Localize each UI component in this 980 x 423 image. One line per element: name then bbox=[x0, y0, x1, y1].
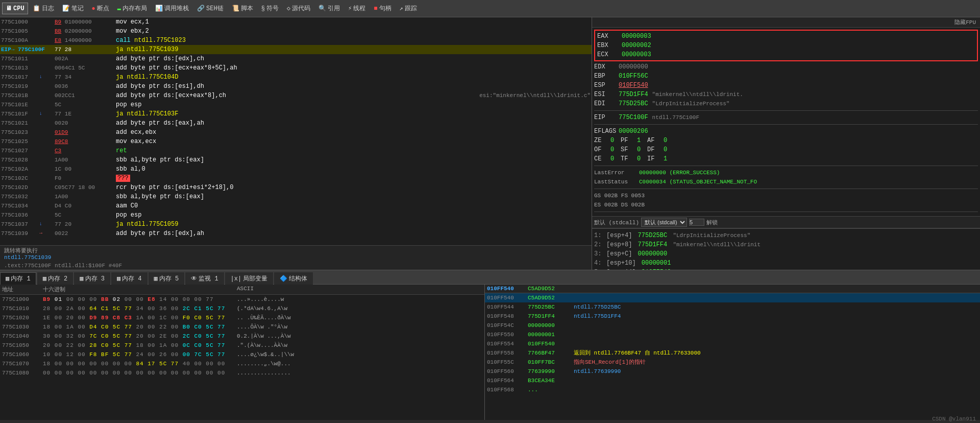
code-arrow: ↓ bbox=[39, 73, 55, 82]
toolbar-notes[interactable]: 📝 笔记 bbox=[59, 2, 87, 15]
stack-row[interactable]: 010FF55C 010FF7BC 指向SEH_Record[1]的指针 bbox=[485, 358, 980, 367]
table-row[interactable]: 775C1025 89C8 mov eax,ecx bbox=[0, 137, 592, 146]
code-instr: add byte ptr ds:[edx],ah bbox=[116, 229, 591, 238]
mem-row[interactable]: 775C1050 20 00 22 00 28 C0 5C 77 18 00 1… bbox=[0, 341, 484, 350]
reg-row-edi: EDI 775D25BC "LdrpInitializeProcess" bbox=[594, 99, 978, 108]
table-row[interactable]: 775C102C F0 ??? bbox=[0, 174, 592, 183]
bottom-area: ▦ 内存 1 ▦ 内存 2 ▦ 内存 3 ▦ 内存 4 ▦ 内存 5 👁 监视 … bbox=[0, 270, 980, 420]
code-addr: 775C1023 bbox=[1, 128, 39, 137]
mem-row[interactable]: 775C1030 18 00 1A 00 D4 C0 5C 77 20 00 2… bbox=[0, 322, 484, 332]
mem-row[interactable]: 775C1080 00 00 00 00 00 00 00 00 00 00 0… bbox=[0, 368, 484, 378]
toolbar-threads[interactable]: ⚡ 线程 bbox=[345, 2, 369, 15]
struct-icon: 🔷 bbox=[280, 275, 287, 283]
table-row[interactable]: 775C1000 B9 01000000 mov ecx,1 bbox=[0, 17, 592, 27]
toolbar-log[interactable]: 📋 日志 bbox=[29, 2, 58, 15]
toolbar-handles[interactable]: ■ 句柄 bbox=[370, 2, 395, 15]
table-row[interactable]: 775C1028 1A00 sbb al,byte ptr ds:[eax] bbox=[0, 155, 592, 165]
table-row[interactable]: 775C102D C05C77 18 00 rcr byte ptr ds:[e… bbox=[0, 183, 592, 192]
reg-name-ecx: ECX bbox=[597, 50, 618, 59]
code-arrow bbox=[39, 192, 55, 201]
code-area[interactable]: 775C1000 B9 01000000 mov ecx,1 775C1005 … bbox=[0, 17, 592, 245]
code-addr: 775C102D bbox=[1, 183, 39, 192]
table-row[interactable]: 775C1036 5C pop esp bbox=[0, 210, 592, 220]
stack-row[interactable]: 010FF560 77639990 ntdll.77639990 bbox=[485, 367, 980, 376]
eip-line[interactable]: EIP→ 775C100F → 77 28 ja ntdll.775C1039 bbox=[0, 45, 592, 54]
mem-header-hex: 十六进制 bbox=[43, 286, 237, 293]
table-row[interactable]: 775C100A E8 14000000 call ntdll.775C1023 bbox=[0, 36, 592, 45]
stack-entry-1: 1: [esp+4] 775D25BC "LdrpInitializeProce… bbox=[594, 231, 978, 240]
mem-row[interactable]: 775C1070 18 00 00 00 00 00 00 00 84 17 5… bbox=[0, 359, 484, 368]
table-row[interactable]: 775C101F ↓ 77 1E ja ntdll.775C103F bbox=[0, 109, 592, 119]
code-arrow bbox=[39, 63, 55, 73]
toolbar-source[interactable]: ◇ 源代码 bbox=[283, 2, 314, 15]
code-instr: rcr byte ptr ds:[edi+esi*2+18],0 bbox=[116, 183, 591, 192]
table-row[interactable]: 775C1039 → 0022 add byte ptr ds:[edx],ah bbox=[0, 229, 592, 238]
table-row[interactable]: 775C1023 01D9 add ecx,ebx bbox=[0, 128, 592, 137]
toolbar-cpu[interactable]: 🖥 CPU bbox=[2, 3, 28, 14]
mem-row[interactable]: 775C1020 1E 00 20 00 D9 89 C8 C3 1A 00 1… bbox=[0, 313, 484, 322]
table-row[interactable]: 775C1027 C3 ret bbox=[0, 146, 592, 155]
table-row[interactable]: 775C1037 ↓ 77 20 ja ntdll.775C1059 bbox=[0, 220, 592, 229]
table-row[interactable]: 775C1011 002A add byte ptr ds:[edx],ch bbox=[0, 54, 592, 63]
table-row[interactable]: 775C1019 0036 add byte ptr ds:[esi],dh bbox=[0, 82, 592, 91]
stack-row[interactable]: 010FF554 010FF540 bbox=[485, 339, 980, 348]
toolbar-callstack[interactable]: 📊 调用堆栈 bbox=[152, 2, 192, 15]
stack-row[interactable]: 010FF550 00000001 bbox=[485, 330, 980, 339]
stack-row[interactable]: 010FF548 775D1FF4 ntdll.775D1FF4 bbox=[485, 312, 980, 321]
tab-watch1[interactable]: 👁 监视 1 bbox=[185, 272, 224, 285]
toolbar-memmap[interactable]: ▬ 内存布局 bbox=[114, 2, 151, 15]
regs-scroll[interactable]: EAX 00000003 EBX 00000002 ECX 00000003 E… bbox=[592, 28, 980, 270]
tab-locals[interactable]: |x| 局部变量 bbox=[225, 272, 274, 285]
table-row[interactable]: 775C1021 0020 add byte ptr ds:[eax],ah bbox=[0, 119, 592, 128]
callconv-select[interactable]: 默认 (stdcall) bbox=[641, 218, 687, 227]
tab-struct[interactable]: 🔷 结构体 bbox=[274, 272, 313, 285]
mem-row[interactable]: 775C1040 30 00 32 00 7C C0 5C 77 20 00 2… bbox=[0, 332, 484, 341]
table-row[interactable]: 775C1013 0064C1 5C add byte ptr ds:[ecx+… bbox=[0, 63, 592, 73]
code-arrow bbox=[39, 27, 55, 36]
code-arrow bbox=[39, 165, 55, 174]
seh-label: SEH链 bbox=[206, 4, 224, 13]
toolbar-symbols[interactable]: § 符号 bbox=[258, 2, 282, 15]
stack-row[interactable]: 010FF564 B3CEA34E bbox=[485, 376, 980, 385]
main-area: 775C1000 B9 01000000 mov ecx,1 775C1005 … bbox=[0, 17, 980, 270]
reg-row-ecx: ECX 00000003 bbox=[597, 50, 975, 59]
code-bytes: 5C bbox=[55, 100, 116, 109]
mem-row[interactable]: 775C1000 B9 01 00 00 00 BB 02 00 00 E8 1… bbox=[0, 295, 484, 304]
table-row[interactable]: 775C1005 BB 02000000 mov ebx,2 bbox=[0, 27, 592, 36]
table-row[interactable]: 775C101B 002CC1 add byte ptr ds:[ecx+eax… bbox=[0, 91, 592, 100]
stack-body[interactable]: 010FF540 C5AD9D52 010FF544 775D25BC ntdl… bbox=[485, 293, 980, 420]
mem-row[interactable]: 775C1010 28 00 2A 00 64 C1 5C 77 34 00 3… bbox=[0, 304, 484, 313]
memory-body[interactable]: 775C1000 B9 01 00 00 00 BB 02 00 00 E8 1… bbox=[0, 295, 484, 420]
stack-row[interactable]: 010FF54C 00000000 bbox=[485, 321, 980, 330]
tab-mem1[interactable]: ▦ 内存 1 bbox=[0, 272, 36, 285]
table-row[interactable]: 775C1032 1A00 sbb al,byte ptr ds:[eax] bbox=[0, 192, 592, 201]
tab-mem5[interactable]: ▦ 内存 5 bbox=[149, 272, 185, 285]
table-row[interactable]: 775C1034 D4 C0 aam C0 bbox=[0, 201, 592, 210]
toolbar-bp[interactable]: ● 断点 bbox=[88, 2, 113, 15]
mem-row[interactable]: 775C1060 10 00 12 00 F8 BF 5C 77 24 00 2… bbox=[0, 350, 484, 359]
code-instr: add byte ptr ds:[ecx+eax*8],ch bbox=[116, 91, 474, 100]
code-bytes: 01D9 bbox=[55, 128, 116, 137]
registers-panel: 隐藏FPU EAX 00000003 EBX 00000002 ECX 0 bbox=[592, 17, 980, 270]
toolbar-scripts[interactable]: 📜 脚本 bbox=[228, 2, 257, 15]
code-addr: 775C102C bbox=[1, 174, 39, 183]
stack-desc: [esp+C] bbox=[606, 249, 636, 258]
code-instr: ja ntdll.775C104D bbox=[116, 73, 591, 82]
callconv-count[interactable] bbox=[689, 219, 704, 226]
toolbar-trace[interactable]: ↗ 跟踪 bbox=[396, 2, 421, 15]
stack-row[interactable]: 010FF544 775D25BC ntdll.775D25BC bbox=[485, 302, 980, 312]
tab-mem4[interactable]: ▦ 内存 4 bbox=[111, 272, 148, 285]
stack-row[interactable]: 010FF568 ... bbox=[485, 385, 980, 394]
reg-val-eax: 00000003 bbox=[622, 32, 651, 41]
toolbar-refs[interactable]: 🔍 引用 bbox=[315, 2, 344, 15]
stack-row[interactable]: 010FF540 C5AD9D52 bbox=[485, 293, 980, 302]
tab-mem3[interactable]: ▦ 内存 3 bbox=[74, 272, 110, 285]
toolbar-seh[interactable]: 🔗 SEH链 bbox=[193, 2, 227, 15]
stack-row[interactable]: 010FF558 7766BF47 返回到 ntdll.7766BF47 自 n… bbox=[485, 348, 980, 358]
table-row[interactable]: 775C102A 1C 00 sbb al,0 bbox=[0, 165, 592, 174]
tab-mem2[interactable]: ▦ 内存 2 bbox=[37, 272, 74, 285]
table-row[interactable]: 775C1017 ↓ 77 34 ja ntdll.775C104D bbox=[0, 73, 592, 82]
highlighted-registers: EAX 00000003 EBX 00000002 ECX 00000003 bbox=[594, 30, 978, 61]
mem-ascii: (.*dA\w4.6.,A\w bbox=[237, 304, 287, 313]
table-row[interactable]: 775C101E 5C pop esp bbox=[0, 100, 592, 109]
